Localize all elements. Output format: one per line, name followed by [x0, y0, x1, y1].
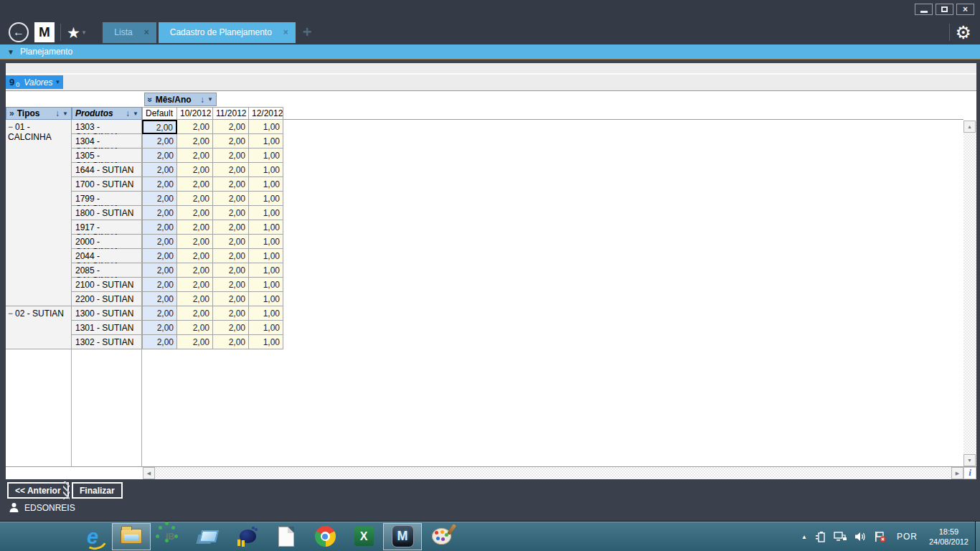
product-cell[interactable]: 2044 - CALCINHA — [72, 249, 142, 263]
value-cell[interactable]: 2,00 — [213, 306, 249, 321]
value-cell[interactable]: 2,00 — [142, 177, 177, 192]
taskbar-internet-explorer[interactable]: e — [73, 523, 112, 550]
product-cell[interactable]: 1301 - SUTIAN — [72, 321, 142, 335]
product-cell[interactable]: 2100 - SUTIAN — [72, 278, 142, 292]
value-cell[interactable]: 2,00 — [213, 278, 249, 292]
value-cell[interactable]: 2,00 — [177, 163, 213, 177]
row-field-chip-produtos[interactable]: Produtos ↓ ▼ — [72, 107, 142, 120]
value-cell[interactable]: 2,00 — [213, 249, 249, 263]
scroll-up-button[interactable]: ▲ — [963, 121, 976, 133]
value-cell[interactable]: 2,00 — [213, 220, 249, 235]
scroll-left-button[interactable]: ◀ — [143, 467, 155, 479]
value-cell[interactable]: 2,00 — [142, 206, 177, 220]
value-cell[interactable]: 1,00 — [249, 249, 283, 263]
product-cell[interactable]: 1302 - SUTIAN — [72, 335, 142, 349]
taskbar-dev-tool[interactable] — [189, 523, 228, 550]
new-tab-icon[interactable]: + — [303, 25, 312, 39]
column-header-10-2012[interactable]: 10/2012 — [177, 107, 213, 120]
language-indicator[interactable]: POR — [897, 532, 918, 542]
back-button[interactable]: ← — [9, 22, 29, 42]
favorites-caret-icon[interactable]: ▾ — [83, 29, 86, 36]
taskbar-chrome[interactable] — [306, 523, 344, 550]
info-button[interactable]: i — [963, 467, 976, 479]
group-label-cell[interactable]: −01 - CALCINHA — [6, 120, 72, 306]
value-cell[interactable]: 2,00 — [213, 206, 249, 220]
value-cell[interactable]: 1,00 — [249, 235, 283, 249]
product-cell[interactable]: 1305 - CALCINHA — [72, 149, 142, 163]
taskbar-paint[interactable] — [422, 523, 461, 550]
value-cell[interactable]: 1,00 — [249, 292, 283, 306]
value-cell[interactable]: 2,00 — [177, 306, 213, 321]
filter-caret-icon[interactable]: ▼ — [207, 96, 213, 103]
product-cell[interactable]: 2085 - CALCINHA — [72, 263, 142, 278]
taskbar-messenger[interactable] — [228, 523, 267, 550]
value-cell[interactable]: 2,00 — [142, 220, 177, 235]
value-cell[interactable]: 2,00 — [177, 321, 213, 335]
value-cell[interactable]: 2,00 — [177, 120, 213, 134]
value-cell[interactable]: 2,00 — [177, 149, 213, 163]
minimize-button[interactable] — [915, 4, 933, 15]
product-cell[interactable]: 1303 - CALCINHA — [72, 120, 142, 134]
value-cell[interactable]: 2,00 — [213, 335, 249, 349]
finalizar-button[interactable]: Finalizar — [72, 482, 123, 499]
value-cell[interactable]: 2,00 — [213, 134, 249, 149]
value-cell[interactable]: 2,00 — [177, 335, 213, 349]
value-cell[interactable]: 2,00 — [177, 134, 213, 149]
values-field-chip[interactable]: 9 0 Valores ▼ — [6, 75, 63, 89]
panel-header[interactable]: ▼ Planejamento — [0, 44, 980, 60]
taskbar-file-explorer[interactable] — [112, 523, 151, 550]
value-cell[interactable]: 1,00 — [249, 120, 283, 134]
product-cell[interactable]: 1644 - SUTIAN — [72, 163, 142, 177]
column-header-12-2012[interactable]: 12/2012 — [249, 107, 283, 120]
value-cell[interactable]: 2,00 — [142, 192, 177, 206]
column-header-11-2012[interactable]: 11/2012 — [213, 107, 249, 120]
app-logo[interactable]: M — [34, 22, 55, 42]
value-cell[interactable]: 2,00 — [213, 321, 249, 335]
value-cell[interactable]: 2,00 — [213, 192, 249, 206]
tray-expand-icon[interactable]: ▲ — [801, 534, 807, 540]
value-cell[interactable]: 2,00 — [142, 120, 177, 134]
filter-caret-icon[interactable]: ▼ — [133, 110, 138, 117]
splitter-grip[interactable] — [63, 481, 70, 499]
sort-down-icon[interactable]: ↓ — [126, 108, 130, 118]
taskbar-m-app[interactable]: M — [383, 523, 422, 550]
value-cell[interactable]: 2,00 — [213, 149, 249, 163]
value-cell[interactable]: 1,00 — [249, 220, 283, 235]
value-cell[interactable]: 1,00 — [249, 306, 283, 321]
show-desktop-button[interactable] — [975, 522, 980, 551]
value-cell[interactable]: 2,00 — [213, 235, 249, 249]
value-cell[interactable]: 1,00 — [249, 149, 283, 163]
action-center-flag-icon[interactable] — [874, 531, 887, 543]
value-cell[interactable]: 2,00 — [177, 220, 213, 235]
scroll-down-button[interactable]: ▼ — [963, 454, 976, 466]
taskbar-clock[interactable]: 18:59 24/08/2012 — [929, 527, 969, 547]
tab-close-icon[interactable]: × — [283, 27, 288, 37]
taskbar-ib-tool[interactable]: IB — [151, 523, 189, 550]
power-icon[interactable] — [814, 531, 826, 543]
collapse-group-icon[interactable]: − — [8, 309, 13, 319]
vertical-scrollbar[interactable]: ▲ ▼ — [963, 121, 976, 466]
value-cell[interactable]: 2,00 — [142, 235, 177, 249]
taskbar-excel[interactable]: X — [344, 523, 383, 550]
product-cell[interactable]: 1300 - SUTIAN — [72, 306, 142, 321]
chevron-down-icon[interactable]: ▼ — [55, 79, 61, 85]
value-cell[interactable]: 2,00 — [142, 292, 177, 306]
collapse-caret-icon[interactable]: ▼ — [7, 48, 14, 56]
value-cell[interactable]: 1,00 — [249, 335, 283, 349]
favorites-star-icon[interactable]: ★ — [67, 25, 80, 40]
value-cell[interactable]: 2,00 — [213, 177, 249, 192]
value-cell[interactable]: 2,00 — [213, 263, 249, 278]
value-cell[interactable]: 1,00 — [249, 278, 283, 292]
value-cell[interactable]: 1,00 — [249, 206, 283, 220]
anterior-button[interactable]: << Anterior — [7, 482, 69, 499]
row-field-chip-tipos[interactable]: » Tipos ↓ ▼ — [6, 107, 72, 120]
value-cell[interactable]: 2,00 — [142, 263, 177, 278]
network-icon[interactable] — [834, 531, 847, 542]
value-cell[interactable]: 2,00 — [177, 177, 213, 192]
value-cell[interactable]: 2,00 — [177, 292, 213, 306]
product-cell[interactable]: 1799 - CALCINHA — [72, 192, 142, 206]
value-cell[interactable]: 1,00 — [249, 134, 283, 149]
value-cell[interactable]: 2,00 — [177, 192, 213, 206]
value-cell[interactable]: 1,00 — [249, 177, 283, 192]
filter-caret-icon[interactable]: ▼ — [62, 110, 68, 117]
